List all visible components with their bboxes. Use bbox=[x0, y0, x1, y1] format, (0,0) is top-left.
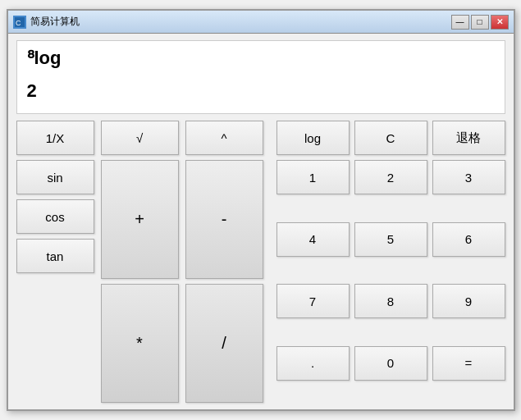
svg-text:C: C bbox=[16, 19, 21, 27]
minus-button[interactable]: - bbox=[185, 160, 263, 279]
btn-3[interactable]: 3 bbox=[432, 160, 505, 194]
title-bar: C 简易计算机 — □ ✕ bbox=[8, 11, 514, 34]
window-title: 简易计算机 bbox=[30, 15, 80, 29]
btn-7[interactable]: 7 bbox=[276, 284, 350, 318]
buttons-layout: 1/X sin cos tan √ + * ^ - / log C 退格 bbox=[8, 114, 514, 409]
mid-column: √ + * bbox=[101, 121, 179, 403]
btn-8[interactable]: 8 bbox=[354, 284, 427, 318]
btn-5[interactable]: 5 bbox=[354, 222, 427, 257]
divide-button[interactable]: / bbox=[185, 284, 263, 403]
main-window: C 简易计算机 — □ ✕ ⁸log 2 1/X sin cos tan √ +… bbox=[7, 9, 515, 411]
btn-6[interactable]: 6 bbox=[432, 222, 505, 257]
sqrt-button[interactable]: √ bbox=[101, 121, 179, 155]
btn-1[interactable]: 1 bbox=[276, 160, 350, 194]
btn-2[interactable]: 2 bbox=[354, 160, 427, 194]
sin-button[interactable]: sin bbox=[16, 160, 94, 194]
multiply-button[interactable]: * bbox=[101, 284, 179, 403]
reciprocal-button[interactable]: 1/X bbox=[16, 121, 94, 155]
display-area: ⁸log 2 bbox=[16, 40, 505, 114]
display-history: ⁸log bbox=[27, 48, 495, 77]
top-row: log C 退格 bbox=[276, 121, 505, 155]
window-controls: — □ ✕ bbox=[451, 15, 509, 30]
btn-equals[interactable]: = bbox=[432, 346, 505, 381]
btn-4[interactable]: 4 bbox=[276, 222, 350, 257]
btn-dot[interactable]: . bbox=[276, 346, 350, 381]
app-icon: C bbox=[13, 16, 26, 29]
display-current: 2 bbox=[27, 80, 495, 102]
btn-0[interactable]: 0 bbox=[354, 346, 427, 381]
mid2-column: ^ - / bbox=[185, 121, 263, 403]
plus-button[interactable]: + bbox=[101, 160, 179, 279]
number-grid: 1 2 3 4 5 6 7 8 9 . 0 = bbox=[276, 160, 505, 403]
clear-button[interactable]: C bbox=[354, 121, 427, 155]
close-button[interactable]: ✕ bbox=[491, 15, 509, 30]
right-section: log C 退格 1 2 3 4 5 6 7 8 9 . 0 = bbox=[276, 121, 505, 403]
maximize-button[interactable]: □ bbox=[471, 15, 489, 30]
btn-9[interactable]: 9 bbox=[432, 284, 505, 318]
tan-button[interactable]: tan bbox=[16, 239, 94, 273]
title-bar-left: C 简易计算机 bbox=[13, 15, 80, 29]
log-button[interactable]: log bbox=[276, 121, 350, 155]
backspace-button[interactable]: 退格 bbox=[432, 121, 505, 155]
cos-button[interactable]: cos bbox=[16, 199, 94, 234]
minimize-button[interactable]: — bbox=[451, 15, 469, 30]
left-column: 1/X sin cos tan bbox=[16, 121, 94, 403]
power-button[interactable]: ^ bbox=[185, 121, 263, 155]
